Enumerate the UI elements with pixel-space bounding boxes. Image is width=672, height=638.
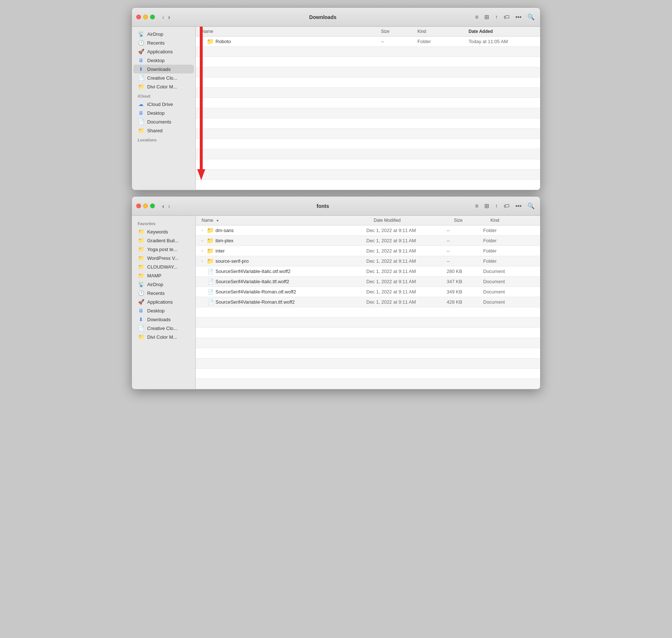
sidebar-item-icloud-desktop-1[interactable]: 🖥 Desktop bbox=[133, 109, 194, 117]
sidebar-item-airdrop-1[interactable]: 📡 AirDrop bbox=[133, 30, 194, 38]
file-row-inter[interactable]: › 📁 inter Dec 1, 2022 at 9:11 AM -- Fold… bbox=[196, 246, 540, 256]
close-button-1[interactable] bbox=[136, 15, 141, 19]
file-row-dm-sans[interactable]: › 📁 dm-sans Dec 1, 2022 at 9:11 AM -- Fo… bbox=[196, 225, 540, 236]
file-row-ss4-roman-ttf[interactable]: 📄 SourceSerif4Variable-Roman.ttf.woff2 D… bbox=[196, 297, 540, 307]
gradient-icon-2: 📁 bbox=[138, 238, 144, 243]
file-date-ss4-italic-otf: Dec 1, 2022 at 9:11 AM bbox=[366, 269, 447, 274]
empty-row bbox=[196, 129, 540, 139]
file-row-ss4-italic-ttf[interactable]: 📄 SourceSerif4Variable-Italic.ttf.woff2 … bbox=[196, 277, 540, 287]
locations-section-label-1: Locations bbox=[132, 135, 195, 144]
file-size-ibm-plex: -- bbox=[447, 238, 483, 243]
sidebar-item-cloudway-2[interactable]: 📁 CLOUDWAY... bbox=[133, 262, 194, 271]
expand-icon-inter[interactable]: › bbox=[202, 249, 207, 253]
maximize-button-2[interactable] bbox=[150, 204, 155, 208]
sidebar-item-wordpress-2[interactable]: 📁 WordPress V... bbox=[133, 254, 194, 262]
col-header-date-modified-2[interactable]: Date Modified bbox=[374, 216, 454, 225]
file-size-ss4-italic-ttf: 347 KB bbox=[447, 279, 483, 284]
forward-button-1[interactable]: › bbox=[167, 13, 172, 21]
sidebar-item-divi-1[interactable]: 📁 Divi Color M... bbox=[133, 82, 194, 91]
forward-button-2[interactable]: › bbox=[167, 202, 172, 210]
col-header-size-2[interactable]: Size bbox=[454, 216, 490, 225]
sidebar-label-downloads-2: Downloads bbox=[147, 317, 171, 322]
file-size-roboto: -- bbox=[381, 39, 417, 44]
sidebar-item-recents-2[interactable]: 🕐 Recents bbox=[133, 289, 194, 297]
sidebar-item-applications-2[interactable]: 🚀 Applications bbox=[133, 297, 194, 306]
empty-row bbox=[196, 369, 540, 379]
grid-view-icon-2[interactable]: ⊞ bbox=[483, 201, 490, 210]
list-view-icon-2[interactable]: ≡ bbox=[474, 202, 480, 210]
back-button-1[interactable]: ‹ bbox=[161, 13, 166, 21]
sidebar-item-recents-1[interactable]: 🕐 Recents bbox=[133, 38, 194, 47]
col-header-size-1[interactable]: Size bbox=[381, 27, 417, 36]
sidebar-item-creative-1[interactable]: 📄 Creative Clo... bbox=[133, 73, 194, 82]
share-icon-1[interactable]: ↑ bbox=[494, 13, 499, 22]
back-button-2[interactable]: ‹ bbox=[161, 202, 166, 210]
sidebar-item-desktop-1[interactable]: 🖥 Desktop bbox=[133, 56, 194, 65]
empty-row bbox=[196, 77, 540, 88]
file-kind-ss4-roman-otf: Document bbox=[483, 289, 534, 295]
window-title-1: Downloads bbox=[204, 14, 442, 20]
file-kind-ss4-roman-ttf: Document bbox=[483, 299, 534, 305]
finder-window-1: ‹ › Downloads ≡ ⊞ ↑ 🏷 ••• 🔍 📡 AirDrop 🕐 … bbox=[131, 7, 541, 190]
sidebar-label-documents-1: Documents bbox=[147, 119, 171, 125]
grid-view-icon-1[interactable]: ⊞ bbox=[483, 12, 490, 22]
col-header-kind-2[interactable]: Kind bbox=[490, 216, 534, 225]
col-header-kind-1[interactable]: Kind bbox=[417, 27, 469, 36]
expand-icon-source-serif-pro[interactable]: › bbox=[202, 259, 207, 263]
tag-icon-1[interactable]: 🏷 bbox=[503, 13, 511, 22]
sidebar-item-mamp-2[interactable]: 📁 MAMP bbox=[133, 271, 194, 280]
icloud-section-label-1: iCloud bbox=[132, 91, 195, 100]
more-icon-1[interactable]: ••• bbox=[514, 13, 523, 22]
file-row-ss4-italic-otf[interactable]: 📄 SourceSerif4Variable-Italic.otf.woff2 … bbox=[196, 266, 540, 277]
file-size-dm-sans: -- bbox=[447, 228, 483, 233]
empty-row bbox=[196, 57, 540, 67]
sidebar-item-applications-1[interactable]: 🚀 Applications bbox=[133, 47, 194, 56]
file-row-ibm-plex[interactable]: › 📁 ibm-plex Dec 1, 2022 at 9:11 AM -- F… bbox=[196, 236, 540, 246]
share-icon-2[interactable]: ↑ bbox=[494, 202, 499, 210]
more-icon-2[interactable]: ••• bbox=[514, 202, 523, 210]
sidebar-item-gradient-2[interactable]: 📁 Gradient Buil... bbox=[133, 236, 194, 245]
col-header-name-2[interactable]: Name ▼ bbox=[202, 216, 374, 225]
maximize-button-1[interactable] bbox=[150, 15, 155, 19]
col-header-name-1[interactable]: Name bbox=[202, 27, 381, 36]
sidebar-item-divi-2[interactable]: 📁 Divi Color M... bbox=[133, 333, 194, 341]
sidebar-label-applications-2: Applications bbox=[147, 299, 173, 305]
empty-row bbox=[196, 358, 540, 369]
sidebar-item-icloud-drive-1[interactable]: ☁ iCloud Drive bbox=[133, 100, 194, 109]
file-row-ss4-roman-otf[interactable]: 📄 SourceSerif4Variable-Roman.otf.woff2 D… bbox=[196, 287, 540, 297]
tag-icon-2[interactable]: 🏷 bbox=[503, 202, 511, 210]
sidebar-item-shared-1[interactable]: 📁 Shared bbox=[133, 126, 194, 135]
minimize-button-2[interactable] bbox=[143, 204, 148, 208]
file-row-roboto[interactable]: › 📁 Roboto -- Folder Today at 11:05 AM bbox=[196, 37, 540, 47]
empty-row bbox=[196, 67, 540, 77]
sidebar-item-documents-1[interactable]: 📄 Documents bbox=[133, 117, 194, 126]
col-header-date-1[interactable]: Date Added bbox=[469, 27, 534, 36]
file-row-source-serif-pro[interactable]: › 📁 source-serif-pro Dec 1, 2022 at 9:11… bbox=[196, 256, 540, 266]
nav-buttons-1: ‹ › bbox=[161, 13, 172, 21]
empty-row bbox=[196, 139, 540, 149]
close-button-2[interactable] bbox=[136, 204, 141, 208]
expand-icon-dm-sans[interactable]: › bbox=[202, 228, 207, 232]
sidebar-item-yoga-2[interactable]: 📁 Yoga post te... bbox=[133, 245, 194, 254]
empty-row bbox=[196, 118, 540, 129]
sidebar-label-mamp-2: MAMP bbox=[147, 273, 161, 278]
sidebar-label-creative-1: Creative Clo... bbox=[147, 75, 177, 81]
expand-icon-ibm-plex[interactable]: › bbox=[202, 239, 207, 243]
file-date-ss4-italic-ttf: Dec 1, 2022 at 9:11 AM bbox=[366, 279, 447, 284]
sidebar-item-keywords-2[interactable]: 📁 Keywords bbox=[133, 227, 194, 236]
list-view-icon-1[interactable]: ≡ bbox=[474, 13, 480, 22]
search-icon-1[interactable]: 🔍 bbox=[526, 12, 536, 22]
empty-row bbox=[196, 88, 540, 98]
empty-row bbox=[196, 307, 540, 318]
sidebar-item-downloads-1[interactable]: ⬇ Downloads bbox=[133, 65, 194, 73]
sidebar-item-creative-2[interactable]: 📄 Creative Clo... bbox=[133, 324, 194, 333]
toolbar-right-2: ≡ ⊞ ↑ 🏷 ••• 🔍 bbox=[474, 201, 536, 210]
empty-row bbox=[196, 98, 540, 108]
sidebar-item-downloads-2[interactable]: ⬇ Downloads bbox=[133, 315, 194, 324]
sidebar-item-airdrop-2[interactable]: 📡 AirDrop bbox=[133, 280, 194, 289]
nav-buttons-2: ‹ › bbox=[161, 202, 172, 210]
search-icon-2[interactable]: 🔍 bbox=[526, 201, 536, 210]
sidebar-item-desktop-2[interactable]: 🖥 Desktop bbox=[133, 306, 194, 315]
minimize-button-1[interactable] bbox=[143, 15, 148, 19]
file-list-1: › 📁 Roboto -- Folder Today at 11:05 AM bbox=[196, 37, 540, 190]
